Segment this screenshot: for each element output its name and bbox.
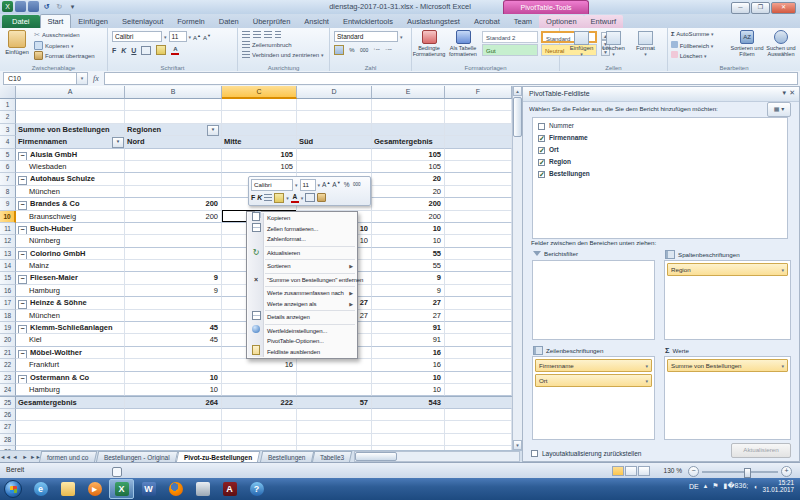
cell-A26[interactable] — [16, 409, 125, 421]
field-ort[interactable]: ✓Ort — [533, 144, 787, 156]
row-field-ort[interactable]: Ort▾ — [535, 374, 652, 387]
cell-F6[interactable] — [445, 161, 512, 173]
cell-A1[interactable] — [16, 99, 125, 111]
cell-A4[interactable]: Firmennamen — [16, 136, 125, 148]
cell-B14[interactable] — [125, 260, 222, 272]
cell-A20[interactable]: Kiel — [16, 334, 125, 346]
cell-B7[interactable] — [125, 173, 222, 185]
cells-einfügen-button[interactable]: Einfügen▾ — [566, 31, 598, 57]
cell-F8[interactable] — [445, 186, 512, 198]
italic-button[interactable]: K — [121, 47, 126, 54]
cell-E3[interactable] — [372, 124, 445, 136]
cell-E16[interactable]: 9 — [372, 285, 445, 297]
cut-button[interactable]: ✂Ausschneiden — [34, 31, 80, 39]
fill-button[interactable]: Füllbereich ▾ — [671, 41, 713, 49]
checkbox-checked-icon[interactable]: ✓ — [538, 135, 545, 142]
cell-A24[interactable]: Hamburg — [16, 384, 125, 396]
taskbar-firefox-icon[interactable] — [163, 479, 188, 499]
cell-A19[interactable]: −Klemm-Schließanlagen — [16, 322, 125, 334]
thousands-icon[interactable]: 000 — [360, 47, 368, 53]
cell-F27[interactable] — [445, 421, 512, 433]
copy-button[interactable]: Kopieren▾ — [34, 41, 74, 50]
values-area[interactable]: Summe von Bestellungen▾ — [664, 356, 791, 440]
cell-F10[interactable] — [445, 211, 512, 223]
cell-E11[interactable]: 10 — [372, 223, 445, 235]
cell-F9[interactable] — [445, 198, 512, 210]
row-header-20[interactable]: 20 — [0, 334, 16, 346]
minimize-button[interactable]: ─ — [731, 2, 750, 14]
cell-C22[interactable]: 16 — [222, 359, 297, 371]
cell-B6[interactable] — [125, 161, 222, 173]
cell-F21[interactable] — [445, 347, 512, 359]
mini-percent-icon[interactable]: % — [343, 181, 351, 188]
panel-layout-button[interactable]: ▦ ▾ — [767, 102, 791, 117]
cell-F16[interactable] — [445, 285, 512, 297]
field-nummer[interactable]: Nummer — [533, 120, 787, 132]
panel-close-icon[interactable]: ✕ — [789, 89, 795, 97]
column-header-E[interactable]: E — [372, 86, 445, 99]
value-field-summe-von-bestellungen[interactable]: Summe von Bestellungen▾ — [667, 359, 788, 372]
firmennamen-sort-dropdown-icon[interactable]: ▼ — [112, 137, 124, 148]
cell-E28[interactable] — [372, 434, 445, 446]
cell-B25[interactable]: 264 — [125, 397, 222, 408]
cell-F18[interactable] — [445, 310, 512, 322]
first-sheet-icon[interactable]: ◄◄ — [0, 454, 10, 460]
hscroll-thumb[interactable] — [355, 452, 397, 461]
cell-B15[interactable]: 9 — [125, 272, 222, 284]
taskbar-acrobat-icon[interactable]: A — [217, 479, 242, 499]
defer-checkbox[interactable] — [531, 450, 538, 457]
cell-D3[interactable] — [297, 124, 372, 136]
cell-A3[interactable]: Summe von Bestellungen — [16, 124, 125, 136]
cell-C28[interactable] — [222, 434, 297, 446]
collapse-icon[interactable]: − — [18, 375, 27, 384]
row-header-24[interactable]: 24 — [0, 384, 16, 396]
cell-F3[interactable] — [445, 124, 512, 136]
cell-B13[interactable] — [125, 248, 222, 260]
pill-dropdown-icon[interactable]: ▾ — [781, 361, 784, 371]
cell-D1[interactable] — [297, 99, 372, 111]
zoom-out-icon[interactable]: − — [688, 466, 699, 477]
align-middle-icon[interactable] — [253, 31, 261, 38]
row-field-firmenname[interactable]: Firmenname▾ — [535, 359, 652, 372]
cell-A28[interactable] — [16, 434, 125, 446]
cell-A11[interactable]: −Buch-Huber — [16, 223, 125, 235]
style-gut[interactable]: Gut — [482, 44, 538, 56]
cell-E27[interactable] — [372, 421, 445, 433]
cell-E14[interactable]: 55 — [372, 260, 445, 272]
cell-E19[interactable]: 91 — [372, 322, 445, 334]
cell-E15[interactable]: 9 — [372, 272, 445, 284]
select-all-corner[interactable] — [0, 86, 16, 99]
cells-format-button[interactable]: Format▾ — [630, 31, 662, 57]
row-header-21[interactable]: 21 — [0, 347, 16, 359]
mini-bold-button[interactable]: F — [251, 194, 255, 201]
taskbar-explorer-icon[interactable] — [55, 479, 80, 499]
row-header-19[interactable]: 19 — [0, 322, 16, 334]
cell-C3[interactable] — [222, 124, 297, 136]
cell-F4[interactable] — [445, 136, 512, 148]
font-name-select[interactable]: Calibri — [112, 31, 162, 42]
cell-E2[interactable] — [372, 111, 445, 123]
network-icon[interactable]: ▮�836; — [724, 482, 749, 490]
cell-F1[interactable] — [445, 99, 512, 111]
taskbar-word-icon[interactable]: W — [136, 479, 161, 499]
sheet-tab-tabelle3[interactable]: Tabelle3 — [312, 451, 353, 463]
tab-entwurf[interactable]: Entwurf — [584, 15, 623, 28]
cell-D28[interactable] — [297, 434, 372, 446]
format-painter-button[interactable]: Format übertragen — [34, 51, 95, 60]
cell-D4[interactable]: Süd — [297, 136, 372, 148]
menu-item-5[interactable]: ×"Summe von Bestellungen" entfernen — [248, 275, 356, 286]
format-as-table-button[interactable]: Als Tabelle formatieren — [446, 30, 480, 57]
cell-A23[interactable]: −Ostermann & Co — [16, 372, 125, 384]
mini-size-select[interactable]: 11 — [300, 179, 316, 191]
page-layout-view-icon[interactable] — [625, 466, 637, 476]
sort-filter-button[interactable]: AZ Sortieren und Filtern — [730, 30, 764, 57]
row-header-27[interactable]: 27 — [0, 421, 16, 433]
row-header-8[interactable]: 8 — [0, 186, 16, 198]
row-header-12[interactable]: 12 — [0, 235, 16, 247]
menu-item-2[interactable]: Zahlenformat... — [248, 234, 356, 245]
merge-center-button[interactable]: Verbinden und zentrieren▾ — [242, 51, 324, 58]
row-header-2[interactable]: 2 — [0, 111, 16, 123]
tab-überprüfen[interactable]: Überprüfen — [246, 15, 298, 28]
menu-item-6[interactable]: Werte zusammenfassen nach▶ — [248, 288, 356, 299]
tab-seitenlayout[interactable]: Seitenlayout — [115, 15, 170, 28]
